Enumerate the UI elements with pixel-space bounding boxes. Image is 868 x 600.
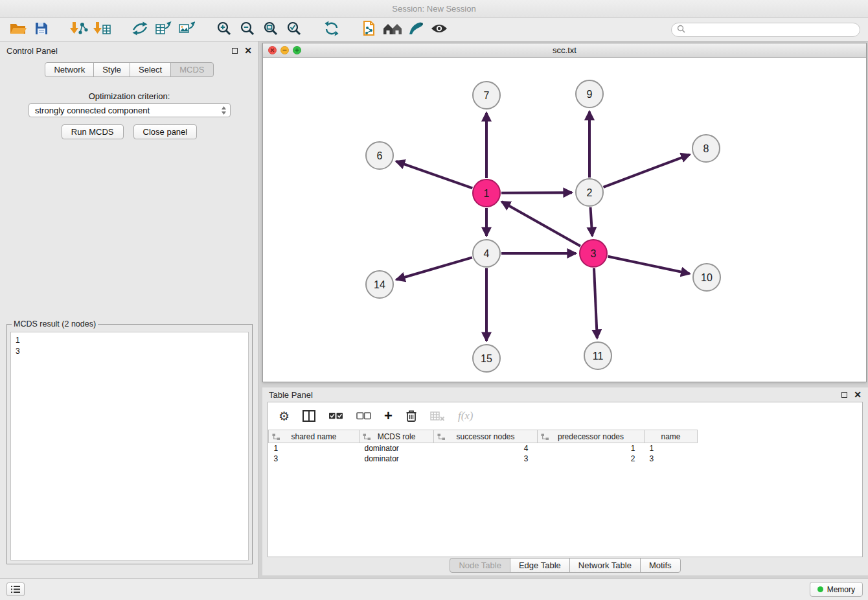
edge-2-3[interactable] [590, 207, 592, 236]
graph-node-8[interactable]: 8 [692, 135, 720, 162]
close-table-panel-icon[interactable]: ✕ [854, 390, 862, 399]
graph-node-11[interactable]: 11 [584, 342, 611, 369]
table-panel: Table Panel ✕ ⚙ + f(x) shared name MCDS … [262, 387, 868, 575]
zoom-window-icon[interactable] [293, 46, 301, 54]
tab-network-table[interactable]: Network Table [569, 558, 641, 573]
minimize-window-icon[interactable] [280, 46, 289, 54]
apply-style-button[interactable] [404, 19, 428, 40]
copy-network-button[interactable] [358, 19, 381, 40]
svg-text:4: 4 [484, 248, 490, 259]
save-session-button[interactable] [30, 19, 53, 40]
close-panel-icon[interactable]: ✕ [244, 46, 252, 55]
graph-node-4[interactable]: 4 [473, 240, 500, 267]
table-cell[interactable]: 4 [434, 443, 538, 454]
tab-edge-table[interactable]: Edge Table [510, 558, 570, 573]
column-header-predecessor-nodes[interactable]: predecessor nodes [538, 430, 645, 443]
tab-motifs[interactable]: Motifs [640, 558, 681, 573]
delete-row-trash-icon[interactable] [405, 410, 417, 422]
task-history-button[interactable] [6, 583, 25, 596]
table-cell[interactable]: 3 [645, 454, 698, 464]
edge-3-11[interactable] [594, 268, 597, 338]
import-table-button[interactable] [91, 19, 114, 40]
graph-node-15[interactable]: 15 [473, 345, 500, 372]
table-cell[interactable]: 1 [645, 443, 698, 454]
tab-select[interactable]: Select [130, 62, 171, 77]
close-panel-button[interactable]: Close panel [133, 124, 198, 139]
svg-text:10: 10 [701, 272, 713, 283]
table-cell[interactable] [698, 454, 863, 464]
export-image-button[interactable] [175, 19, 198, 40]
zoom-in-button[interactable] [212, 19, 236, 40]
table-row[interactable]: 1dominator411 [269, 443, 863, 454]
edge-3-10[interactable] [608, 257, 690, 274]
memory-button[interactable]: Memory [810, 582, 863, 597]
table-cell[interactable]: 1 [269, 443, 360, 454]
table-cell[interactable]: dominator [360, 443, 434, 454]
column-tree-icon [541, 433, 549, 443]
network-window-title: scc.txt [553, 45, 577, 55]
table-cell[interactable] [698, 443, 863, 454]
home-layout-button[interactable] [381, 19, 404, 40]
column-header-mcds-role[interactable]: MCDS role [360, 430, 434, 443]
zoom-out-icon [240, 21, 255, 39]
mcds-result-line: 1 [16, 335, 244, 346]
edge-1-2[interactable] [501, 192, 572, 193]
zoom-selected-button[interactable] [282, 19, 306, 40]
table-cell[interactable]: dominator [360, 454, 434, 464]
network-canvas[interactable]: 7968124310141511 [263, 58, 866, 382]
tab-node-table[interactable]: Node Table [450, 558, 510, 573]
deselect-all-icon[interactable] [356, 411, 371, 421]
graph-node-2[interactable]: 2 [576, 179, 603, 206]
table-cell[interactable]: 3 [269, 454, 360, 464]
tab-style[interactable]: Style [93, 62, 130, 77]
edge-3-1[interactable] [502, 202, 580, 246]
eye-icon [431, 23, 448, 37]
control-panel-title: Control Panel [6, 46, 58, 56]
export-table-button[interactable] [152, 19, 175, 40]
float-panel-icon[interactable] [232, 48, 238, 54]
open-session-button[interactable] [6, 19, 30, 40]
show-hide-graphics-button[interactable] [428, 19, 451, 40]
edge-1-6[interactable] [396, 161, 472, 188]
svg-text:15: 15 [481, 353, 492, 364]
graph-node-10[interactable]: 10 [693, 264, 720, 291]
mcds-result-list[interactable]: 1 3 [10, 332, 249, 560]
graph-node-1[interactable]: 1 [473, 179, 500, 207]
import-network-button[interactable] [67, 19, 91, 40]
run-mcds-button[interactable]: Run MCDS [62, 124, 124, 139]
graph-node-14[interactable]: 14 [366, 271, 393, 298]
split-panel-icon[interactable] [303, 410, 315, 422]
column-header-shared-name[interactable]: shared name [269, 430, 360, 443]
export-network-button[interactable] [128, 19, 152, 40]
float-table-panel-icon[interactable] [841, 392, 847, 398]
graph-node-7[interactable]: 7 [473, 82, 500, 109]
table-toolbar: ⚙ + f(x) [268, 402, 862, 430]
refresh-view-button[interactable] [320, 19, 343, 40]
add-row-icon[interactable]: + [384, 409, 393, 423]
zoom-out-button[interactable] [236, 19, 259, 40]
table-row[interactable]: 3dominator323 [269, 454, 863, 464]
column-header-name[interactable]: name [645, 430, 698, 443]
table-cell[interactable]: 1 [538, 443, 645, 454]
edge-4-14[interactable] [396, 257, 472, 279]
optimization-select[interactable]: strongly connected component [29, 103, 231, 117]
column-settings-gear-icon[interactable]: ⚙ [279, 410, 290, 422]
tab-network[interactable]: Network [45, 62, 94, 77]
edge-2-8[interactable] [604, 155, 690, 187]
column-header-successor-nodes[interactable]: successor nodes [434, 430, 538, 443]
graph-node-9[interactable]: 9 [576, 80, 603, 108]
graph-node-3[interactable]: 3 [580, 240, 607, 267]
network-window-titlebar[interactable]: scc.txt [263, 43, 866, 58]
zoom-fit-button[interactable] [259, 19, 282, 40]
table-cell[interactable]: 3 [434, 454, 538, 464]
select-all-icon[interactable] [328, 411, 343, 421]
search-input[interactable] [689, 25, 854, 34]
list-icon [11, 584, 20, 595]
table-cell[interactable]: 2 [538, 454, 645, 464]
combo-arrows-icon [221, 106, 227, 117]
optimization-select-value: strongly connected component [35, 106, 150, 115]
tab-mcds[interactable]: MCDS [170, 62, 213, 77]
search-field[interactable] [671, 23, 860, 37]
graph-node-6[interactable]: 6 [366, 142, 393, 169]
close-window-icon[interactable] [268, 46, 277, 54]
